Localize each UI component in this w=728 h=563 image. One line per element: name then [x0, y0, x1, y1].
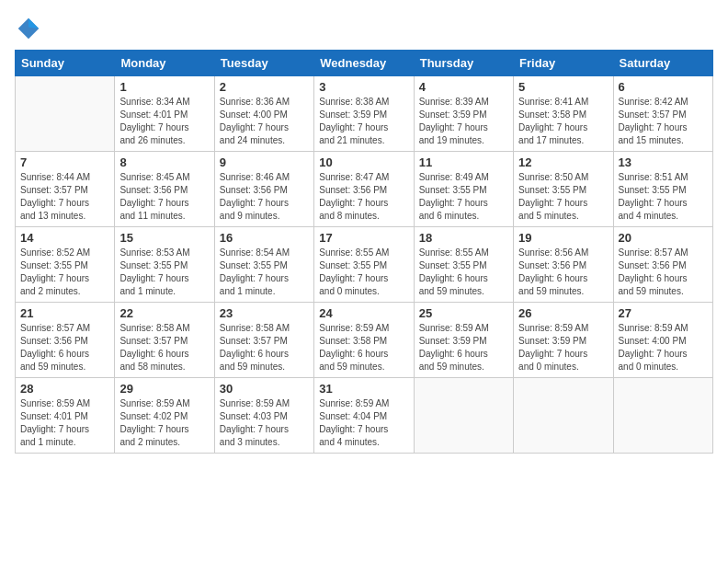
day-number: 1 [119, 80, 209, 94]
day-number: 11 [419, 155, 508, 169]
day-number: 2 [220, 80, 309, 94]
calendar-cell: 24Sunrise: 8:59 AM Sunset: 3:58 PM Dayli… [314, 303, 414, 378]
day-info: Sunrise: 8:38 AM Sunset: 3:59 PM Dayligh… [319, 96, 408, 147]
day-info: Sunrise: 8:59 AM Sunset: 3:59 PM Dayligh… [518, 322, 608, 373]
day-number: 28 [20, 382, 109, 396]
day-header-sunday: Sunday [16, 51, 115, 76]
calendar-week-5: 28Sunrise: 8:59 AM Sunset: 4:01 PM Dayli… [16, 378, 713, 454]
day-number: 18 [419, 231, 508, 245]
day-info: Sunrise: 8:58 AM Sunset: 3:57 PM Dayligh… [119, 322, 209, 373]
day-number: 16 [220, 231, 309, 245]
day-number: 20 [619, 231, 708, 245]
calendar-cell: 12Sunrise: 8:50 AM Sunset: 3:55 PM Dayli… [514, 152, 613, 227]
calendar-cell [514, 378, 613, 454]
day-info: Sunrise: 8:59 AM Sunset: 3:58 PM Dayligh… [319, 322, 408, 373]
day-info: Sunrise: 8:41 AM Sunset: 3:58 PM Dayligh… [518, 96, 608, 147]
day-info: Sunrise: 8:59 AM Sunset: 4:04 PM Dayligh… [319, 397, 408, 449]
day-info: Sunrise: 8:39 AM Sunset: 3:59 PM Dayligh… [419, 96, 508, 147]
calendar-cell: 29Sunrise: 8:59 AM Sunset: 4:02 PM Dayli… [115, 378, 214, 454]
calendar-cell: 6Sunrise: 8:42 AM Sunset: 3:57 PM Daylig… [613, 76, 712, 152]
day-number: 10 [319, 155, 408, 169]
day-info: Sunrise: 8:53 AM Sunset: 3:55 PM Dayligh… [119, 247, 209, 298]
day-number: 23 [220, 306, 309, 320]
calendar-week-2: 7Sunrise: 8:44 AM Sunset: 3:57 PM Daylig… [16, 152, 713, 227]
day-number: 5 [518, 80, 608, 94]
day-number: 30 [220, 382, 309, 396]
day-info: Sunrise: 8:55 AM Sunset: 3:55 PM Dayligh… [419, 247, 508, 298]
day-header-saturday: Saturday [613, 51, 712, 76]
day-header-monday: Monday [115, 51, 214, 76]
day-info: Sunrise: 8:59 AM Sunset: 4:02 PM Dayligh… [119, 397, 209, 449]
calendar-cell: 18Sunrise: 8:55 AM Sunset: 3:55 PM Dayli… [414, 227, 513, 303]
day-info: Sunrise: 8:52 AM Sunset: 3:55 PM Dayligh… [20, 247, 109, 298]
logo-icon [15, 15, 42, 42]
day-number: 3 [319, 80, 408, 94]
day-number: 17 [319, 231, 408, 245]
day-header-wednesday: Wednesday [314, 51, 414, 76]
calendar-cell: 23Sunrise: 8:58 AM Sunset: 3:57 PM Dayli… [214, 303, 313, 378]
calendar-cell: 17Sunrise: 8:55 AM Sunset: 3:55 PM Dayli… [314, 227, 414, 303]
calendar-cell: 28Sunrise: 8:59 AM Sunset: 4:01 PM Dayli… [16, 378, 115, 454]
day-number: 21 [20, 306, 109, 320]
calendar-cell: 31Sunrise: 8:59 AM Sunset: 4:04 PM Dayli… [314, 378, 414, 454]
calendar-cell: 20Sunrise: 8:57 AM Sunset: 3:56 PM Dayli… [613, 227, 712, 303]
day-info: Sunrise: 8:47 AM Sunset: 3:56 PM Dayligh… [319, 171, 408, 223]
calendar-cell: 1Sunrise: 8:34 AM Sunset: 4:01 PM Daylig… [115, 76, 214, 152]
calendar-table: SundayMondayTuesdayWednesdayThursdayFrid… [15, 50, 713, 454]
calendar-cell: 4Sunrise: 8:39 AM Sunset: 3:59 PM Daylig… [414, 76, 513, 152]
day-number: 8 [119, 155, 209, 169]
calendar-cell: 26Sunrise: 8:59 AM Sunset: 3:59 PM Dayli… [514, 303, 613, 378]
day-number: 27 [619, 306, 708, 320]
day-info: Sunrise: 8:59 AM Sunset: 4:00 PM Dayligh… [619, 322, 708, 373]
day-info: Sunrise: 8:50 AM Sunset: 3:55 PM Dayligh… [518, 171, 608, 223]
day-header-friday: Friday [514, 51, 613, 76]
calendar-cell: 30Sunrise: 8:59 AM Sunset: 4:03 PM Dayli… [214, 378, 313, 454]
calendar-body: 1Sunrise: 8:34 AM Sunset: 4:01 PM Daylig… [16, 76, 713, 454]
calendar-cell: 5Sunrise: 8:41 AM Sunset: 3:58 PM Daylig… [514, 76, 613, 152]
calendar-cell: 3Sunrise: 8:38 AM Sunset: 3:59 PM Daylig… [314, 76, 414, 152]
logo [15, 15, 46, 42]
day-info: Sunrise: 8:59 AM Sunset: 4:03 PM Dayligh… [220, 397, 309, 449]
day-info: Sunrise: 8:42 AM Sunset: 3:57 PM Dayligh… [619, 96, 708, 147]
day-number: 14 [20, 231, 109, 245]
day-info: Sunrise: 8:34 AM Sunset: 4:01 PM Dayligh… [119, 96, 209, 147]
day-header-tuesday: Tuesday [214, 51, 313, 76]
day-info: Sunrise: 8:57 AM Sunset: 3:56 PM Dayligh… [619, 247, 708, 298]
day-info: Sunrise: 8:46 AM Sunset: 3:56 PM Dayligh… [220, 171, 309, 223]
day-number: 22 [119, 306, 209, 320]
day-info: Sunrise: 8:54 AM Sunset: 3:55 PM Dayligh… [220, 247, 309, 298]
day-info: Sunrise: 8:59 AM Sunset: 3:59 PM Dayligh… [419, 322, 508, 373]
calendar-cell: 14Sunrise: 8:52 AM Sunset: 3:55 PM Dayli… [16, 227, 115, 303]
day-number: 26 [518, 306, 608, 320]
day-number: 15 [119, 231, 209, 245]
day-number: 4 [419, 80, 508, 94]
day-number: 7 [20, 155, 109, 169]
day-number: 12 [518, 155, 608, 169]
page-header [15, 15, 713, 42]
day-number: 31 [319, 382, 408, 396]
svg-marker-1 [28, 18, 39, 29]
calendar-cell: 27Sunrise: 8:59 AM Sunset: 4:00 PM Dayli… [613, 303, 712, 378]
day-number: 9 [220, 155, 309, 169]
day-info: Sunrise: 8:55 AM Sunset: 3:55 PM Dayligh… [319, 247, 408, 298]
day-info: Sunrise: 8:45 AM Sunset: 3:56 PM Dayligh… [119, 171, 209, 223]
day-info: Sunrise: 8:58 AM Sunset: 3:57 PM Dayligh… [220, 322, 309, 373]
calendar-cell: 25Sunrise: 8:59 AM Sunset: 3:59 PM Dayli… [414, 303, 513, 378]
day-number: 19 [518, 231, 608, 245]
calendar-cell: 2Sunrise: 8:36 AM Sunset: 4:00 PM Daylig… [214, 76, 313, 152]
calendar-week-4: 21Sunrise: 8:57 AM Sunset: 3:56 PM Dayli… [16, 303, 713, 378]
day-info: Sunrise: 8:56 AM Sunset: 3:56 PM Dayligh… [518, 247, 608, 298]
day-info: Sunrise: 8:44 AM Sunset: 3:57 PM Dayligh… [20, 171, 109, 223]
day-info: Sunrise: 8:59 AM Sunset: 4:01 PM Dayligh… [20, 397, 109, 449]
calendar-cell: 19Sunrise: 8:56 AM Sunset: 3:56 PM Dayli… [514, 227, 613, 303]
calendar-cell: 7Sunrise: 8:44 AM Sunset: 3:57 PM Daylig… [16, 152, 115, 227]
day-number: 25 [419, 306, 508, 320]
calendar-cell [613, 378, 712, 454]
day-header-thursday: Thursday [414, 51, 513, 76]
calendar-header-row: SundayMondayTuesdayWednesdayThursdayFrid… [16, 51, 713, 76]
day-info: Sunrise: 8:36 AM Sunset: 4:00 PM Dayligh… [220, 96, 309, 147]
calendar-week-3: 14Sunrise: 8:52 AM Sunset: 3:55 PM Dayli… [16, 227, 713, 303]
calendar-cell: 9Sunrise: 8:46 AM Sunset: 3:56 PM Daylig… [214, 152, 313, 227]
calendar-cell: 21Sunrise: 8:57 AM Sunset: 3:56 PM Dayli… [16, 303, 115, 378]
day-number: 13 [619, 155, 708, 169]
